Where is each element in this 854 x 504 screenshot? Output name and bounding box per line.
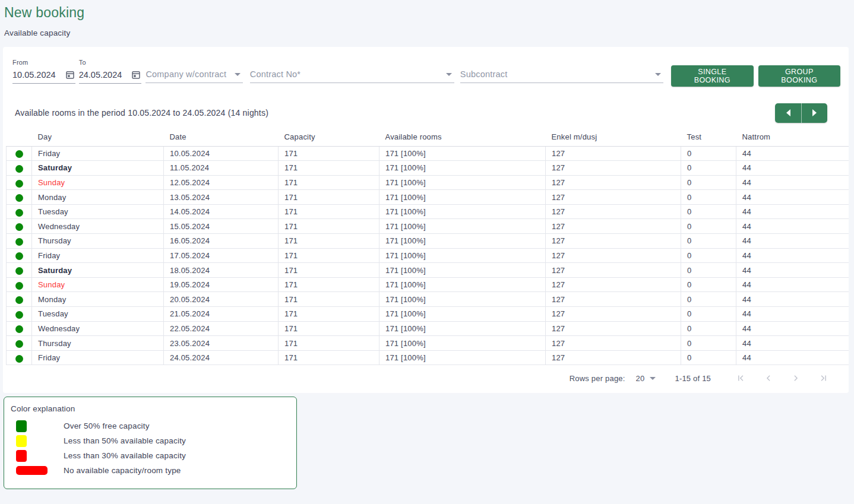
last-page-icon <box>817 372 829 384</box>
test-cell: 0 <box>681 292 736 307</box>
day-cell: Saturday <box>32 263 164 278</box>
nattrom-cell: 44 <box>736 146 849 161</box>
column-header-enkel: Enkel m/dusj <box>546 131 681 146</box>
date-cell: 10.05.2024 <box>164 146 279 161</box>
previous-page-button[interactable] <box>755 370 782 386</box>
table-row[interactable]: Thursday 23.05.2024 171 171 [100%] 127 0… <box>7 336 849 351</box>
table-row[interactable]: Wednesday 22.05.2024 171 171 [100%] 127 … <box>7 321 849 336</box>
capacity-status-dot <box>15 165 23 173</box>
status-cell <box>7 277 32 292</box>
availability-table: Day Date Capacity Available rooms Enkel … <box>6 131 849 365</box>
page-subtitle: Available capacity <box>4 28 852 37</box>
legend-label: Over 50% free capacity <box>64 421 150 430</box>
day-cell: Wednesday <box>32 321 164 336</box>
table-row[interactable]: Monday 20.05.2024 171 171 [100%] 127 0 4… <box>7 292 849 307</box>
capacity-status-dot <box>15 238 23 246</box>
table-row[interactable]: Sunday 19.05.2024 171 171 [100%] 127 0 4… <box>7 277 849 292</box>
date-cell: 20.05.2024 <box>164 292 279 307</box>
previous-period-button[interactable] <box>775 103 801 123</box>
table-row[interactable]: Sunday 12.05.2024 171 171 [100%] 127 0 4… <box>7 175 849 190</box>
capacity-cell: 171 <box>279 204 379 219</box>
date-cell: 12.05.2024 <box>164 175 279 190</box>
table-row[interactable]: Tuesday 14.05.2024 171 171 [100%] 127 0 … <box>7 204 849 219</box>
date-cell: 24.05.2024 <box>164 350 279 365</box>
color-explanation-box: Color explanation Over 50% free capacity… <box>4 397 297 489</box>
capacity-status-dot <box>15 355 23 363</box>
status-cell <box>7 161 32 176</box>
capacity-status-dot <box>15 180 23 188</box>
last-page-button[interactable] <box>809 370 837 386</box>
date-cell: 17.05.2024 <box>164 248 279 263</box>
date-cell: 13.05.2024 <box>164 190 279 205</box>
nattrom-cell: 44 <box>736 277 849 292</box>
group-booking-button[interactable]: GROUP BOOKING <box>758 65 840 87</box>
legend-color-swatch <box>16 466 48 475</box>
from-date-field: From <box>12 59 75 84</box>
chevron-down-icon <box>446 73 452 76</box>
booking-card: From To <box>3 47 849 393</box>
status-cell <box>7 307 32 322</box>
available-rooms-cell: 171 [100%] <box>379 190 546 205</box>
legend-item: No available capacity/room type <box>10 463 288 478</box>
status-cell <box>7 350 32 365</box>
nattrom-cell: 44 <box>736 234 849 249</box>
available-rooms-cell: 171 [100%] <box>379 146 546 161</box>
test-cell: 0 <box>681 190 736 205</box>
enkel-cell: 127 <box>546 161 681 176</box>
day-cell: Friday <box>32 248 164 263</box>
table-row[interactable]: Monday 13.05.2024 171 171 [100%] 127 0 4… <box>7 190 849 205</box>
from-date-input[interactable] <box>12 70 60 80</box>
contract-select[interactable]: Contract No* <box>250 59 454 83</box>
single-booking-button[interactable]: SINGLE BOOKING <box>671 65 754 87</box>
subcontract-select[interactable]: Subcontract <box>460 59 663 83</box>
table-row[interactable]: Wednesday 15.05.2024 171 171 [100%] 127 … <box>7 219 849 234</box>
column-header-available-rooms: Available rooms <box>379 131 546 146</box>
to-date-input[interactable] <box>79 70 126 80</box>
table-row[interactable]: Saturday 11.05.2024 171 171 [100%] 127 0… <box>7 161 849 176</box>
capacity-cell: 171 <box>279 146 379 161</box>
subcontract-select-placeholder: Subcontract <box>460 69 508 79</box>
capacity-cell: 171 <box>279 277 379 292</box>
next-page-button[interactable] <box>782 370 809 386</box>
column-header-test: Test <box>681 131 736 146</box>
table-row[interactable]: Tuesday 21.05.2024 171 171 [100%] 127 0 … <box>7 307 849 322</box>
nattrom-cell: 44 <box>736 219 849 234</box>
test-cell: 0 <box>681 146 736 161</box>
calendar-icon[interactable] <box>131 69 141 80</box>
calendar-icon[interactable] <box>65 69 75 80</box>
next-period-button[interactable] <box>801 103 827 123</box>
test-cell: 0 <box>681 263 736 278</box>
rows-per-page-select[interactable]: 20 <box>636 374 659 383</box>
capacity-status-dot <box>15 296 23 304</box>
first-page-button[interactable] <box>728 370 755 386</box>
filter-row: From To <box>3 59 849 87</box>
rows-per-page-label: Rows per page: <box>570 374 625 383</box>
test-cell: 0 <box>681 321 736 336</box>
status-column-header <box>7 131 32 146</box>
capacity-cell: 171 <box>279 321 379 336</box>
period-nav-group <box>775 103 827 123</box>
status-cell <box>7 336 32 351</box>
chevron-down-icon <box>655 73 661 76</box>
day-cell: Sunday <box>32 175 164 190</box>
capacity-cell: 171 <box>279 350 379 365</box>
legend-label: Less than 30% available capacity <box>64 451 186 460</box>
table-row[interactable]: Friday 24.05.2024 171 171 [100%] 127 0 4… <box>7 350 849 365</box>
enkel-cell: 127 <box>546 190 681 205</box>
table-row[interactable]: Friday 17.05.2024 171 171 [100%] 127 0 4… <box>7 248 849 263</box>
enkel-cell: 127 <box>546 321 681 336</box>
date-cell: 16.05.2024 <box>164 234 279 249</box>
table-row[interactable]: Thursday 16.05.2024 171 171 [100%] 127 0… <box>7 234 849 249</box>
enkel-cell: 127 <box>546 219 681 234</box>
status-cell <box>7 248 32 263</box>
company-select[interactable]: Company w/contract <box>146 59 242 83</box>
capacity-cell: 171 <box>279 234 379 249</box>
capacity-status-dot <box>15 209 23 217</box>
capacity-cell: 171 <box>279 307 379 322</box>
date-cell: 11.05.2024 <box>164 161 279 176</box>
available-rooms-cell: 171 [100%] <box>379 204 546 219</box>
table-row[interactable]: Friday 10.05.2024 171 171 [100%] 127 0 4… <box>7 146 849 161</box>
chevron-down-icon <box>235 73 241 76</box>
table-row[interactable]: Saturday 18.05.2024 171 171 [100%] 127 0… <box>7 263 849 278</box>
available-rooms-cell: 171 [100%] <box>379 307 546 322</box>
